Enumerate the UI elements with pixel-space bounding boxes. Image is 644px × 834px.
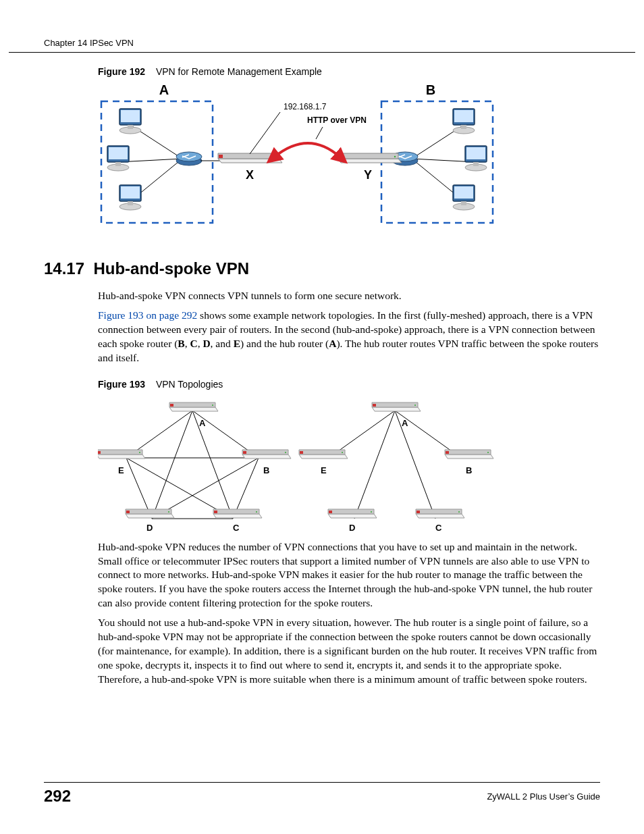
svg-line-23 [192,411,233,519]
gateway-x-icon [218,153,282,163]
svg-line-18 [250,112,280,154]
svg-text:E: E [118,465,124,475]
page-number: 292 [44,787,71,806]
svg-text:C: C [435,523,442,532]
running-head: Chapter 14 IPSec VPN [9,38,635,53]
figure-193-title: VPN Topologies [156,379,223,390]
svg-line-24 [152,411,192,519]
paragraph-2: Figure 193 on page 292 shows some exampl… [98,309,600,365]
section-title: Hub-and-spoke VPN [93,259,249,278]
vpn-tunnel-icon [275,143,340,157]
figure-193-caption: Figure 193 VPN Topologies [98,379,600,390]
topology-hub-spoke: A B C D E [299,402,493,532]
figure-192-title: VPN for Remote Management Example [156,66,322,77]
figure-193-diagram: A B C D E A B C D E [98,394,600,535]
svg-text:B: B [263,465,269,475]
gateway-y-label: Y [364,168,372,182]
svg-text:A: A [402,418,408,428]
svg-text:D: D [146,523,153,532]
guide-title: ZyWALL 2 Plus User’s Guide [487,791,600,802]
gateway-y-icon [338,153,402,163]
section-number: 14.17 [44,259,84,278]
svg-text:E: E [321,465,327,475]
section-heading: 14.17 Hub-and-spoke VPN [44,259,600,278]
router-a-icon [176,152,202,165]
svg-text:B: B [466,465,472,475]
ip-label: 192.168.1.7 [284,102,327,111]
site-b-label: B [426,82,435,97]
figure-193-xref[interactable]: Figure 193 on page 292 [98,309,197,321]
figure-193-label: Figure 193 [98,379,153,390]
paragraph-1: Hub-and-spoke VPN connects VPN tunnels t… [98,289,600,303]
svg-line-39 [354,411,395,519]
figure-192-diagram: A B X Y 192.168.1.7 HTTP over VPN [98,81,600,232]
paragraph-4: You should not use a hub-and-spoke VPN i… [98,616,600,687]
svg-line-38 [395,411,435,519]
site-a-label: A [159,82,169,97]
gateway-x-label: X [246,168,254,182]
http-over-vpn-label: HTTP over VPN [307,115,367,125]
figure-192-caption: Figure 192 VPN for Remote Management Exa… [98,66,600,77]
svg-line-19 [316,127,323,139]
paragraph-3: Hub-and-spoke VPN reduces the number of … [98,540,600,611]
svg-text:A: A [199,418,206,428]
figure-192-label: Figure 192 [98,66,153,77]
topology-mesh: A B C D E [98,402,291,532]
svg-text:D: D [349,523,355,532]
page-footer: 292 ZyWALL 2 Plus User’s Guide [44,782,600,806]
svg-text:C: C [233,523,240,532]
